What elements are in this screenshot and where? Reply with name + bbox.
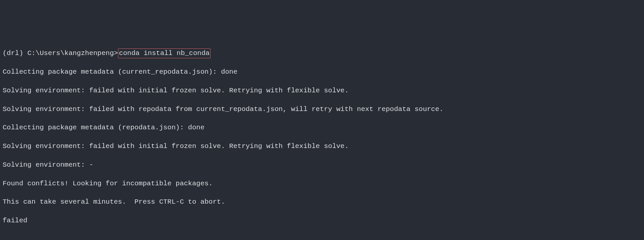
terminal-output: (drl) C:\Users\kangzhenpeng>conda instal… (3, 39, 641, 240)
output-line: failed (3, 216, 641, 225)
output-line: Solving environment: failed with repodat… (3, 105, 641, 114)
prompt-path: C:\Users\kangzhenpeng> (27, 49, 118, 57)
command-highlight: conda install nb_conda (118, 48, 211, 58)
output-line: Collecting package metadata (current_rep… (3, 67, 641, 77)
output-line: Solving environment: failed with initial… (3, 86, 641, 95)
output-line: This can take several minutes. Press CTR… (3, 197, 641, 207)
output-line: Found conflicts! Looking for incompatibl… (3, 179, 641, 188)
output-line: Solving environment: - (3, 160, 641, 170)
output-line: Collecting package metadata (repodata.js… (3, 123, 641, 132)
prompt-env: (drl) (3, 49, 27, 57)
output-line: Solving environment: failed with initial… (3, 142, 641, 151)
prompt-line[interactable]: (drl) C:\Users\kangzhenpeng>conda instal… (3, 48, 641, 58)
